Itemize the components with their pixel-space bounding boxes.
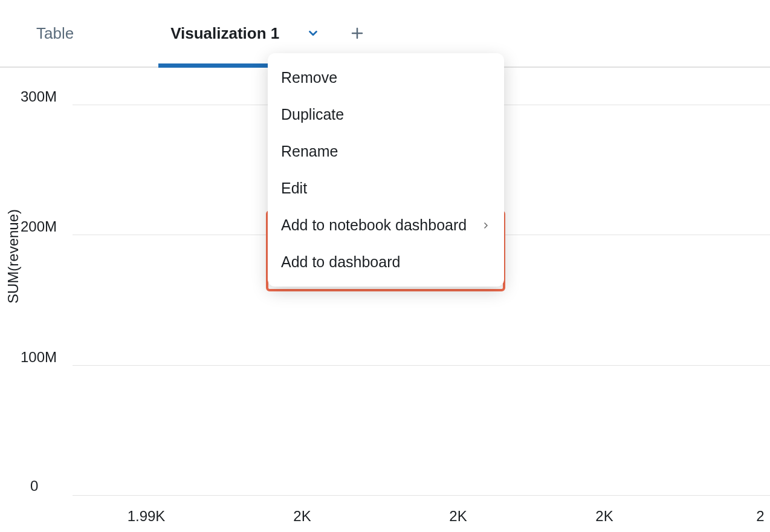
y-tick-300: 300M	[21, 88, 57, 105]
x-tick-0: 1.99K	[128, 508, 166, 525]
menu-item-duplicate-label: Duplicate	[281, 106, 344, 123]
menu-item-remove-label: Remove	[281, 69, 337, 86]
y-tick-200: 200M	[21, 218, 57, 235]
menu-item-add-notebook-dashboard-label: Add to notebook dashboard	[281, 216, 467, 234]
menu-item-edit[interactable]: Edit	[268, 170, 504, 207]
tab-table[interactable]: Table	[24, 0, 86, 66]
menu-item-rename-label: Rename	[281, 143, 338, 160]
add-tab-button[interactable]	[335, 26, 380, 41]
x-tick-1: 2K	[293, 508, 311, 525]
menu-item-add-dashboard[interactable]: Add to dashboard	[268, 244, 504, 281]
tab-visualization-1-label: Visualization 1	[170, 24, 279, 43]
tab-menu-button[interactable]	[291, 27, 335, 40]
root: Table Visualization 1 SUM(revenue) 0 100…	[0, 0, 770, 532]
x-tick-2: 2K	[449, 508, 467, 525]
context-menu: Remove Duplicate Rename Edit Add to note…	[268, 53, 504, 287]
chevron-down-icon	[306, 27, 320, 40]
y-tick-0: 0	[30, 478, 38, 495]
plus-icon	[350, 26, 364, 41]
y-tick-100: 100M	[21, 349, 57, 366]
x-tick-3: 2K	[595, 508, 613, 525]
menu-item-duplicate[interactable]: Duplicate	[268, 96, 504, 133]
menu-item-add-dashboard-label: Add to dashboard	[281, 253, 400, 271]
menu-item-remove[interactable]: Remove	[268, 59, 504, 96]
tab-table-label: Table	[36, 24, 74, 43]
menu-item-edit-label: Edit	[281, 180, 307, 197]
menu-item-add-notebook-dashboard[interactable]: Add to notebook dashboard	[268, 207, 504, 244]
x-tick-4: 2	[756, 508, 764, 525]
menu-item-rename[interactable]: Rename	[268, 133, 504, 170]
chevron-right-icon	[481, 221, 491, 230]
y-axis-label: SUM(revenue)	[5, 209, 22, 303]
